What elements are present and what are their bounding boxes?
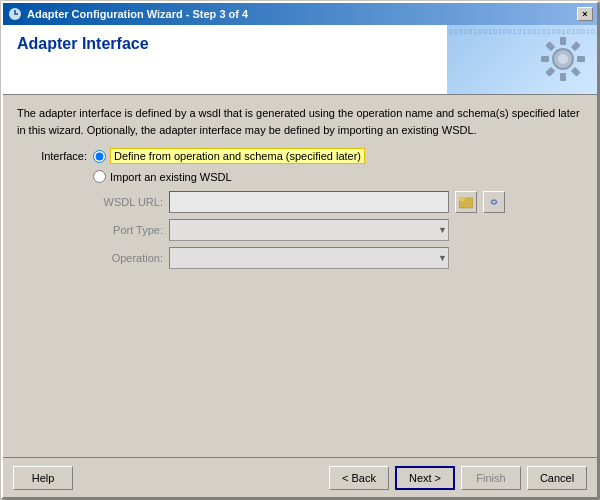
operation-wrapper: ▼ — [169, 247, 449, 269]
radio-import-label: Import an existing WSDL — [110, 171, 232, 183]
bottom-bar: Help < Back Next > Finish Cancel — [3, 457, 597, 497]
svg-rect-12 — [459, 198, 465, 201]
close-button[interactable]: × — [577, 7, 593, 21]
next-button[interactable]: Next > — [395, 466, 455, 490]
radio-import-input[interactable] — [93, 170, 106, 183]
svg-rect-7 — [560, 73, 566, 81]
port-type-dropdown[interactable] — [169, 219, 449, 241]
link-icon — [487, 195, 501, 209]
svg-rect-9 — [541, 56, 549, 62]
svg-rect-5 — [577, 56, 585, 62]
help-button[interactable]: Help — [13, 466, 73, 490]
radio-define-input[interactable] — [93, 150, 106, 163]
header-gear-icon — [537, 33, 589, 85]
description-text: The adapter interface is defined by a ws… — [17, 105, 583, 138]
svg-rect-4 — [571, 41, 581, 51]
form-section: Interface: Define from operation and sch… — [17, 148, 583, 269]
header-banner: Adapter Interface 0101010010100101101010… — [3, 25, 597, 95]
bottom-right: < Back Next > Finish Cancel — [329, 466, 587, 490]
folder-icon — [459, 195, 473, 209]
content-area: Adapter Interface 0101010010100101101010… — [3, 25, 597, 497]
title-bar-left: Adapter Configuration Wizard - Step 3 of… — [7, 6, 248, 22]
bottom-left: Help — [13, 466, 73, 490]
cancel-button[interactable]: Cancel — [527, 466, 587, 490]
wsdl-url-input[interactable] — [169, 191, 449, 213]
wsdl-url-row: WSDL URL: — [93, 191, 583, 213]
wsdl-section: WSDL URL: — [93, 191, 583, 269]
radio-define-option[interactable]: Define from operation and schema (specif… — [93, 148, 365, 164]
operation-label: Operation: — [93, 252, 163, 264]
port-type-row: Port Type: ▼ — [93, 219, 583, 241]
main-body: The adapter interface is defined by a ws… — [3, 95, 597, 457]
svg-rect-6 — [571, 67, 581, 77]
svg-point-2 — [558, 54, 568, 64]
radio-import-option[interactable]: Import an existing WSDL — [93, 170, 365, 183]
radio-define-label: Define from operation and schema (specif… — [110, 148, 365, 164]
header-decoration: 0101010010100101101010010100101101010010… — [447, 25, 597, 95]
page-title: Adapter Interface — [17, 35, 149, 53]
svg-rect-10 — [545, 41, 555, 51]
operation-row: Operation: ▼ — [93, 247, 583, 269]
title-icon — [7, 6, 23, 22]
wsdl-link-button[interactable] — [483, 191, 505, 213]
wsdl-browse-button[interactable] — [455, 191, 477, 213]
back-button[interactable]: < Back — [329, 466, 389, 490]
interface-row: Interface: Define from operation and sch… — [17, 148, 583, 183]
window-title: Adapter Configuration Wizard - Step 3 of… — [27, 8, 248, 20]
radio-group: Define from operation and schema (specif… — [93, 148, 365, 183]
svg-rect-8 — [545, 67, 555, 77]
finish-button[interactable]: Finish — [461, 466, 521, 490]
interface-label: Interface: — [17, 148, 87, 162]
operation-dropdown[interactable] — [169, 247, 449, 269]
port-type-wrapper: ▼ — [169, 219, 449, 241]
svg-rect-3 — [560, 37, 566, 45]
wsdl-url-label: WSDL URL: — [93, 196, 163, 208]
wizard-window: Adapter Configuration Wizard - Step 3 of… — [1, 1, 599, 499]
port-type-label: Port Type: — [93, 224, 163, 236]
title-bar: Adapter Configuration Wizard - Step 3 of… — [3, 3, 597, 25]
